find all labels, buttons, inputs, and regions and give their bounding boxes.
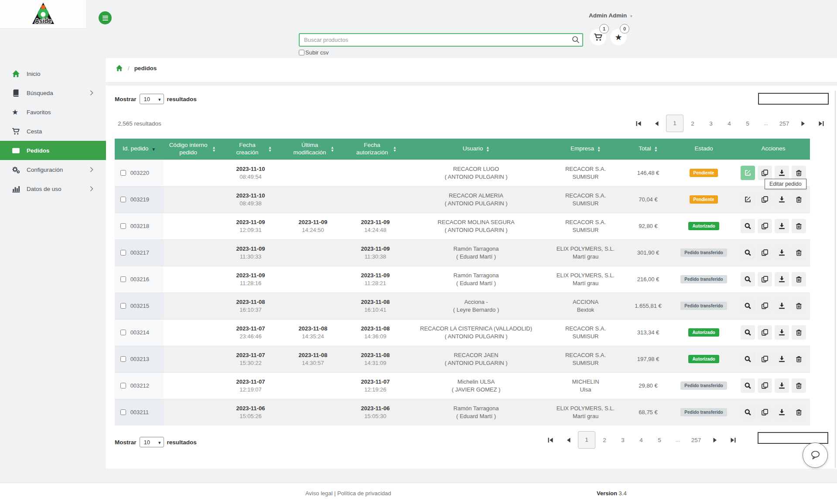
- column-header-fecha-autorizacion[interactable]: Fecha autorización: [344, 139, 407, 160]
- next-page-button[interactable]: [793, 120, 812, 127]
- delete-button[interactable]: [792, 352, 806, 366]
- sidebar-item[interactable]: Configuración: [0, 160, 106, 179]
- download-button[interactable]: [775, 272, 789, 286]
- row-checkbox[interactable]: [120, 276, 126, 282]
- sort-icon[interactable]: [268, 146, 272, 152]
- prev-page-button[interactable]: [560, 437, 578, 443]
- sidebar-item[interactable]: Favoritos: [0, 102, 106, 122]
- search-icon[interactable]: [571, 35, 580, 44]
- delete-button[interactable]: [792, 192, 806, 207]
- delete-button[interactable]: [792, 166, 806, 180]
- duplicate-button[interactable]: [758, 378, 772, 393]
- page-number[interactable]: 5: [650, 437, 669, 443]
- delete-button[interactable]: [792, 325, 806, 340]
- page-number[interactable]: 3: [614, 437, 632, 443]
- search-input[interactable]: [299, 33, 583, 47]
- duplicate-button[interactable]: [758, 299, 772, 313]
- duplicate-button[interactable]: [758, 219, 772, 233]
- edit-or-view-button[interactable]: [741, 378, 755, 393]
- page-number[interactable]: 4: [632, 437, 650, 443]
- edit-or-view-button[interactable]: [741, 245, 755, 260]
- edit-or-view-button[interactable]: [741, 192, 755, 207]
- column-header-codigo[interactable]: Código interno pedido: [164, 139, 219, 160]
- edit-or-view-button[interactable]: [741, 272, 755, 286]
- row-checkbox[interactable]: [120, 250, 126, 255]
- row-checkbox[interactable]: [120, 197, 126, 202]
- table-filter-input-top[interactable]: [758, 93, 829, 105]
- next-page-button[interactable]: [705, 437, 724, 443]
- sidebar-item[interactable]: Cesta: [0, 122, 106, 141]
- last-page-button[interactable]: [724, 437, 742, 443]
- menu-toggle-button[interactable]: [99, 11, 112, 24]
- download-button[interactable]: [775, 405, 789, 419]
- delete-button[interactable]: [792, 272, 806, 286]
- duplicate-button[interactable]: [758, 405, 772, 419]
- edit-or-view-button[interactable]: [741, 299, 755, 313]
- sort-icon[interactable]: [654, 146, 658, 152]
- page-number[interactable]: 3: [702, 120, 720, 127]
- sidebar-item[interactable]: Datos de uso: [0, 179, 106, 198]
- sort-icon[interactable]: [393, 146, 396, 152]
- row-checkbox[interactable]: [120, 383, 126, 388]
- page-number[interactable]: 257: [775, 120, 793, 127]
- first-page-button[interactable]: [629, 120, 648, 127]
- row-checkbox[interactable]: [120, 356, 126, 362]
- app-logo[interactable]: Aside: [0, 0, 87, 29]
- edit-or-view-button[interactable]: [741, 219, 755, 233]
- sort-desc-icon[interactable]: [151, 146, 156, 152]
- page-number[interactable]: ...: [669, 437, 687, 443]
- column-header-usuario[interactable]: Usuario: [407, 139, 546, 160]
- home-icon[interactable]: [116, 65, 123, 72]
- download-button[interactable]: [775, 166, 789, 180]
- sort-icon[interactable]: [331, 146, 334, 152]
- user-menu[interactable]: Admin Admin: [589, 12, 633, 19]
- duplicate-button[interactable]: [758, 272, 772, 286]
- page-number[interactable]: 5: [738, 120, 757, 127]
- download-button[interactable]: [775, 299, 789, 313]
- page-number[interactable]: ...: [757, 120, 775, 126]
- chat-button[interactable]: [803, 443, 828, 468]
- delete-button[interactable]: [792, 405, 806, 419]
- download-button[interactable]: [775, 219, 789, 233]
- prev-page-button[interactable]: [648, 120, 666, 127]
- sort-icon[interactable]: [597, 146, 601, 152]
- footer-legal-links[interactable]: Aviso legal | Política de privacidad: [305, 490, 391, 497]
- page-number[interactable]: 4: [720, 120, 738, 127]
- page-number[interactable]: 1: [578, 431, 595, 449]
- sort-icon[interactable]: [212, 146, 216, 152]
- download-button[interactable]: [775, 352, 789, 366]
- sidebar-item[interactable]: Búsqueda: [0, 83, 106, 102]
- duplicate-button[interactable]: [758, 166, 772, 180]
- page-number[interactable]: 2: [595, 437, 614, 443]
- column-header-id[interactable]: Id. pedido: [115, 139, 164, 160]
- page-size-select[interactable]: 10: [140, 437, 164, 447]
- row-checkbox[interactable]: [120, 170, 126, 176]
- edit-or-view-button[interactable]: [741, 352, 755, 366]
- edit-or-view-button[interactable]: [741, 405, 755, 419]
- duplicate-button[interactable]: [758, 352, 772, 366]
- last-page-button[interactable]: [812, 120, 830, 127]
- row-checkbox[interactable]: [120, 330, 126, 335]
- duplicate-button[interactable]: [758, 245, 772, 260]
- upload-csv-checkbox[interactable]: [299, 50, 304, 55]
- duplicate-button[interactable]: [758, 192, 772, 207]
- delete-button[interactable]: [792, 219, 806, 233]
- scrollbar-track[interactable]: [835, 91, 836, 468]
- page-number[interactable]: 257: [687, 437, 705, 443]
- column-header-fecha-creacion[interactable]: Fecha creación: [219, 139, 282, 160]
- page-number[interactable]: 1: [666, 115, 683, 132]
- delete-button[interactable]: [792, 378, 806, 393]
- row-checkbox[interactable]: [120, 223, 126, 229]
- edit-or-view-button[interactable]: [741, 166, 755, 180]
- delete-button[interactable]: [792, 245, 806, 260]
- column-header-ultima-modificacion[interactable]: Última modificación: [282, 139, 344, 160]
- download-button[interactable]: [775, 325, 789, 340]
- page-size-select[interactable]: 10: [140, 94, 164, 104]
- duplicate-button[interactable]: [758, 325, 772, 340]
- download-button[interactable]: [775, 245, 789, 260]
- sort-icon[interactable]: [486, 146, 489, 152]
- sidebar-item[interactable]: Pedidos: [0, 141, 106, 160]
- delete-button[interactable]: [792, 299, 806, 313]
- first-page-button[interactable]: [541, 437, 560, 443]
- row-checkbox[interactable]: [120, 409, 126, 415]
